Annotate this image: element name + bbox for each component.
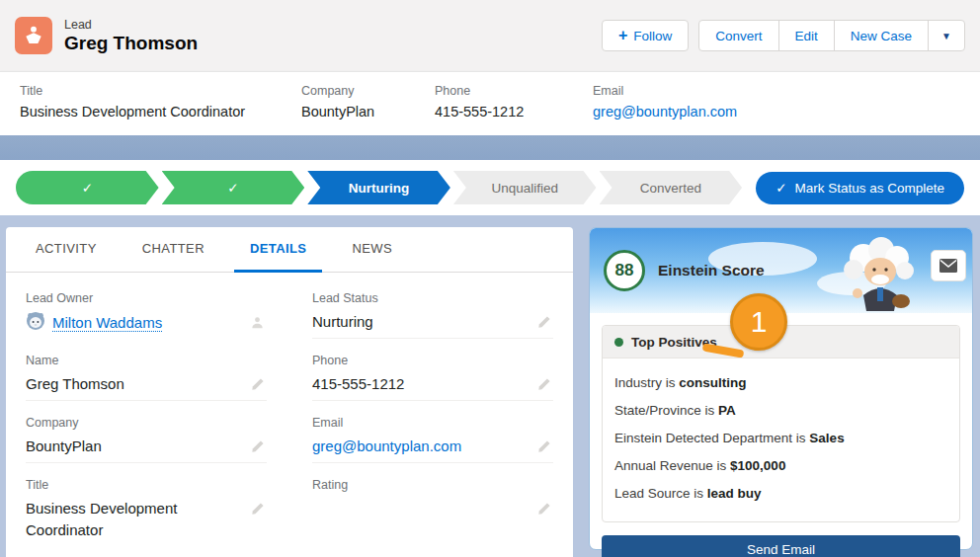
check-icon: ✓ [776, 180, 786, 196]
record-name: Greg Thomson [64, 33, 198, 54]
top-positives-title: Top Positives [631, 335, 717, 350]
top-positives-header: Top Positives [603, 326, 959, 358]
path-stage-converted[interactable]: Converted [600, 171, 743, 204]
header-actions: +Follow Convert Edit New Case ▼ [602, 20, 965, 51]
einstein-score-panel: 88 Einstein Score [589, 227, 973, 550]
field-email: Email greg@bountyplan.com [312, 401, 553, 463]
email-link[interactable]: greg@bountyplan.com [312, 436, 461, 457]
positive-item: State/Province is PA [614, 403, 947, 418]
edit-pencil-icon[interactable] [535, 375, 553, 396]
convert-button[interactable]: Convert [699, 21, 778, 50]
change-owner-icon[interactable] [248, 313, 267, 335]
lead-object-icon [15, 17, 52, 54]
plus-icon: + [618, 27, 627, 43]
field-title: Title Business Development Coordinator [26, 463, 267, 545]
email-insights-button[interactable] [931, 250, 966, 281]
edit-button[interactable]: Edit [779, 21, 835, 50]
mark-status-complete-button[interactable]: ✓Mark Status as Complete [756, 172, 964, 204]
new-case-button[interactable]: New Case [835, 21, 929, 50]
highlight-phone: Phone 415-555-1212 [435, 84, 593, 135]
entity-label: Lead [64, 18, 198, 32]
more-actions-button[interactable]: ▼ [929, 21, 964, 50]
field-phone: Phone 415-555-1212 [312, 339, 553, 401]
edit-pencil-icon[interactable] [535, 313, 553, 334]
lead-owner-link[interactable]: Milton Waddams [52, 314, 162, 332]
field-company: Company BountyPlan [26, 401, 267, 463]
mark-status-label: Mark Status as Complete [794, 181, 944, 196]
check-icon: ✓ [82, 180, 93, 196]
owner-avatar [26, 311, 45, 335]
send-email-button[interactable]: Send Email [602, 535, 960, 557]
edit-pencil-icon[interactable] [249, 500, 267, 520]
path-stage-nurturing[interactable]: Nurturing [307, 171, 450, 204]
edit-pencil-icon[interactable] [535, 500, 553, 520]
action-button-group: Convert Edit New Case ▼ [698, 20, 965, 51]
positive-item: Lead Source is lead buy [614, 486, 947, 501]
path-stage-unqualified[interactable]: Unqualified [453, 171, 597, 204]
sales-path: ✓ ✓ Nurturing Unqualified Converted ✓Mar… [0, 160, 980, 215]
chevron-down-icon: ▼ [941, 31, 951, 41]
highlight-title: Title Business Development Coordinator [20, 84, 301, 135]
positive-dot-icon [614, 338, 623, 347]
positive-item: Annual Revenue is $100,000 [614, 458, 947, 473]
email-link[interactable]: greg@bountyplan.com [593, 104, 737, 119]
field-lead-owner: Lead Owner Milton Waddams [26, 277, 267, 339]
record-title-block: Lead Greg Thomson [64, 18, 198, 54]
einstein-panel-body: Top Positives Industry is consulting Sta… [590, 313, 972, 557]
envelope-icon [939, 259, 957, 273]
edit-pencil-icon[interactable] [249, 438, 267, 458]
path-stages: ✓ ✓ Nurturing Unqualified Converted [16, 171, 742, 204]
page-header: Lead Greg Thomson +Follow Convert Edit N… [0, 0, 980, 71]
path-stage-2-complete[interactable]: ✓ [162, 171, 305, 204]
field-rating: Rating [312, 463, 553, 545]
field-name: Name Greg Thomson [26, 339, 267, 401]
highlight-company: Company BountyPlan [301, 84, 435, 135]
path-stage-1-complete[interactable]: ✓ [16, 171, 159, 204]
check-icon: ✓ [227, 180, 238, 196]
einstein-panel-header: 88 Einstein Score [590, 228, 972, 313]
top-positives-card: Top Positives Industry is consulting Sta… [602, 325, 960, 522]
tab-bar: ACTIVITY CHATTER DETAILS NEWS [6, 227, 573, 273]
field-lead-status: Lead Status Nurturing [312, 277, 553, 339]
positive-item: Industry is consulting [614, 375, 947, 390]
highlight-email: Email greg@bountyplan.com [593, 84, 757, 135]
highlights-panel: Title Business Development Coordinator C… [0, 71, 980, 135]
record-detail-card: ACTIVITY CHATTER DETAILS NEWS Lead Owner [6, 227, 573, 557]
background-band-top [0, 135, 980, 160]
tab-activity[interactable]: ACTIVITY [20, 227, 113, 273]
tab-news[interactable]: NEWS [336, 227, 408, 273]
tab-chatter[interactable]: CHATTER [126, 227, 220, 273]
edit-pencil-icon[interactable] [535, 438, 553, 458]
positive-item: Einstein Detected Department is Sales [614, 431, 947, 445]
einstein-mascot [834, 236, 921, 313]
follow-button[interactable]: +Follow [602, 20, 689, 51]
follow-button-label: Follow [633, 29, 672, 43]
top-positives-list: Industry is consulting State/Province is… [603, 358, 959, 521]
tab-details[interactable]: DETAILS [234, 227, 322, 273]
edit-pencil-icon[interactable] [249, 375, 267, 396]
einstein-score-title: Einstein Score [658, 262, 765, 279]
einstein-score-badge: 88 [604, 250, 645, 291]
detail-fields: Lead Owner Milton Waddams [6, 273, 573, 545]
